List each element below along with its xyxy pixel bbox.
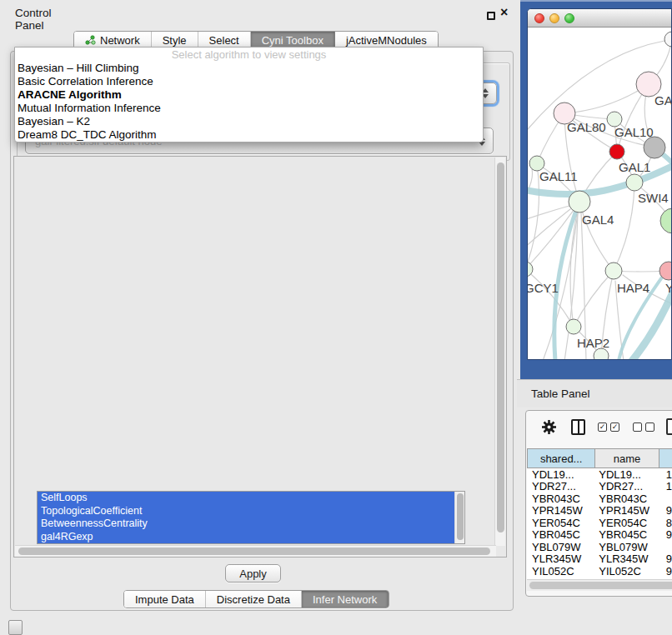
network-node[interactable] — [594, 348, 609, 360]
select-all-columns-icon[interactable]: ✓ ✓ — [598, 422, 619, 432]
network-node-label: GAL1 — [619, 160, 650, 174]
table-cell: YBR045C — [595, 528, 659, 541]
table-cell: YER054C — [595, 517, 659, 529]
network-edge[interactable] — [528, 202, 579, 269]
control-panel-title: Control Panel — [15, 7, 52, 32]
network-window: GALGAL80GAL10GAL1GAL11SWI4GAL4HAP4YGCY1H… — [527, 8, 672, 360]
list-item[interactable]: SelfLoops — [38, 492, 455, 505]
scrollbar-thumb[interactable] — [457, 493, 464, 540]
network-node[interactable] — [569, 191, 590, 212]
network-edge[interactable] — [528, 206, 569, 221]
dropdown-option-selected[interactable]: ARACNE Algorithm — [15, 88, 483, 102]
node-table-rows: YDL19...YDL19...13YDR27...YDR27...12YBR0… — [527, 468, 672, 578]
table-horizontal-scrollbar[interactable] — [527, 579, 672, 591]
table-row[interactable]: YBR043CYBR043C — [527, 492, 672, 505]
data-attributes-list: SelfLoops TopologicalCoefficient Between… — [37, 491, 465, 544]
table-cell: YDR27... — [527, 480, 595, 492]
table-cell: YDL19... — [527, 468, 595, 481]
network-canvas[interactable]: GALGAL80GAL10GAL1GAL11SWI4GAL4HAP4YGCY1H… — [528, 28, 672, 360]
export-table-icon[interactable] — [666, 418, 672, 435]
tab-select[interactable]: Select — [198, 32, 251, 48]
table-row[interactable]: YBR045CYBR045C9. — [527, 529, 672, 542]
list-item[interactable]: BetweennessCentrality — [38, 518, 455, 531]
table-cell: YLR345W — [527, 552, 595, 565]
network-edge[interactable] — [632, 292, 672, 360]
close-icon[interactable]: × — [500, 5, 508, 20]
dropdown-option[interactable]: Bayesian – Hill Climbing — [15, 62, 483, 75]
table-toolbar: ✓ ✓ — [528, 418, 672, 448]
column-header-partial[interactable] — [659, 448, 672, 468]
gear-icon[interactable] — [541, 419, 557, 435]
table-cell: YER054C — [527, 517, 595, 529]
network-node[interactable] — [566, 319, 581, 334]
network-edge[interactable] — [564, 84, 649, 113]
table-cell: YIL052C — [527, 565, 595, 578]
table-cell: YDL19... — [595, 468, 659, 481]
table-row[interactable]: YDL19...YDL19...13 — [527, 468, 672, 481]
deselect-all-columns-icon[interactable] — [633, 422, 654, 432]
network-node[interactable] — [626, 174, 643, 191]
settings-horizontal-scrollbar[interactable] — [15, 545, 496, 557]
dropdown-option[interactable]: Bayesian – K2 — [15, 115, 483, 128]
network-node[interactable] — [644, 137, 665, 158]
table-row[interactable]: YPR145WYPR145W9. — [527, 505, 672, 518]
table-cell: YPR145W — [595, 504, 659, 517]
table-row[interactable]: YIL052CYIL052C9 — [527, 565, 672, 578]
table-cell: 9 — [659, 565, 672, 578]
table-cell: 13 — [659, 468, 672, 481]
list-item[interactable]: gal4RGexp — [38, 531, 455, 544]
cyni-bottom-tabs: Impute Data Discretize Data Infer Networ… — [123, 590, 389, 608]
table-row[interactable]: YDR27...YDR27...12 — [527, 481, 672, 493]
network-node-label: GAL — [654, 93, 672, 108]
scrollbar-thumb[interactable] — [497, 162, 504, 532]
network-window-titlebar[interactable] — [528, 9, 671, 28]
table-cell: YBR043C — [527, 492, 595, 505]
scrollbar-thumb[interactable] — [18, 548, 490, 555]
column-header-name[interactable]: name — [595, 448, 659, 468]
table-cell: YLR345W — [595, 552, 659, 565]
list-item[interactable]: TopologicalCoefficient — [38, 505, 455, 518]
tab-cyni-toolbox[interactable]: Cyni Toolbox — [251, 32, 335, 48]
settings-vertical-scrollbar[interactable] — [494, 158, 505, 546]
network-edge[interactable] — [614, 182, 634, 271]
close-traffic-light-icon[interactable] — [534, 13, 544, 23]
tab-infer-network[interactable]: Infer Network — [302, 591, 389, 608]
network-node[interactable] — [605, 262, 622, 279]
docked-panel-icon[interactable] — [8, 620, 23, 635]
table-row[interactable]: YLR345WYLR345W9. — [527, 553, 672, 566]
dropdown-option[interactable]: Basic Correlation Inference — [15, 75, 483, 88]
minimize-traffic-light-icon[interactable] — [549, 13, 559, 23]
tab-network[interactable]: Network — [74, 32, 152, 48]
algorithm-dropdown-popup: Select algorithm to view settings Bayesi… — [14, 47, 484, 142]
column-header-shared-name[interactable]: shared... — [527, 448, 595, 468]
columns-icon[interactable] — [571, 419, 585, 435]
table-cell: YBR043C — [595, 492, 659, 505]
tab-impute-data[interactable]: Impute Data — [124, 591, 206, 608]
apply-button[interactable]: Apply — [225, 564, 281, 582]
network-node[interactable] — [609, 144, 624, 159]
dropdown-option[interactable]: Dream8 DC_TDC Algorithm — [15, 128, 483, 142]
table-row[interactable]: YBL079WYBL079W — [527, 541, 672, 553]
table-row[interactable]: YER054CYER054C8. — [527, 517, 672, 529]
list-vertical-scrollbar[interactable] — [454, 492, 464, 543]
network-node-label: GAL80 — [567, 120, 606, 134]
table-cell: 12 — [659, 480, 672, 492]
table-cell: 9. — [659, 528, 672, 541]
tab-style[interactable]: Style — [152, 32, 198, 48]
tab-discretize-data[interactable]: Discretize Data — [206, 591, 302, 608]
dropdown-placeholder: Select algorithm to view settings — [15, 48, 483, 62]
network-node[interactable] — [660, 208, 672, 233]
table-cell: YPR145W — [527, 504, 595, 517]
float-window-icon[interactable] — [487, 12, 495, 20]
dropdown-option[interactable]: Mutual Information Inference — [15, 102, 483, 115]
scrollbar-thumb[interactable] — [529, 582, 672, 589]
table-header-row: shared... name — [527, 448, 672, 468]
network-edge[interactable] — [528, 169, 533, 201]
network-node[interactable] — [664, 32, 672, 47]
table-cell: 8. — [659, 517, 672, 529]
network-canvas-svg: GALGAL80GAL10GAL1GAL11SWI4GAL4HAP4YGCY1H… — [528, 28, 672, 360]
tab-jactivemnodules[interactable]: jActiveMNodules — [335, 32, 438, 48]
network-edge[interactable] — [528, 163, 539, 269]
network-node-label: GAL11 — [539, 169, 578, 183]
zoom-traffic-light-icon[interactable] — [564, 13, 574, 23]
